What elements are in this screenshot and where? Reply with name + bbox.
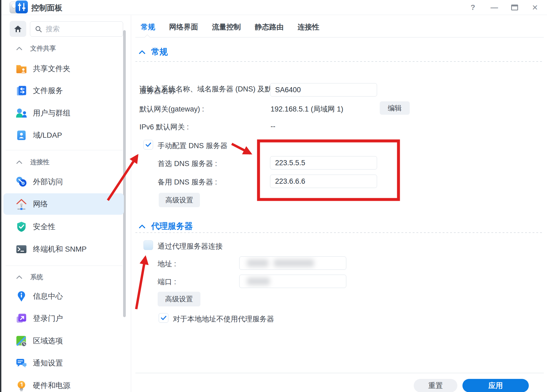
server-name-label: 服务器名称 :	[139, 86, 180, 96]
check-icon	[145, 141, 152, 148]
preferred-dns-input[interactable]	[270, 156, 377, 170]
check-icon	[160, 314, 167, 321]
control-panel-app-icon	[10, 1, 28, 14]
hardware-power-icon	[15, 379, 28, 392]
server-name-input[interactable]	[270, 83, 377, 97]
sidebar-item-shared-folders[interactable]: 共享文件夹	[3, 58, 124, 79]
gateway-value: 192.168.5.1 (局域网 1)	[271, 104, 343, 114]
proxy-port-label: 端口 :	[158, 277, 176, 287]
sidebar-item-login-portal[interactable]: 登录门户	[3, 308, 124, 329]
minimize-icon[interactable]: —	[490, 3, 499, 12]
proxy-bypass-label: 对于本地地址不使用代理服务器	[173, 314, 274, 324]
proxy-address-label: 地址 :	[158, 259, 176, 269]
sidebar-item-users-groups[interactable]: 用户与群组	[3, 102, 124, 124]
shared-folder-icon	[15, 63, 28, 75]
reset-button[interactable]: 重置	[414, 379, 457, 392]
tab-bar: 常规 网络界面 流量控制 静态路由 连接性	[141, 22, 319, 32]
sidebar-item-hardware-power[interactable]: 硬件和电源	[3, 375, 124, 392]
sidebar: 文件共享 共享文件夹 文件服务 用户与群组 域/LDAP 连接性 外部访问	[1, 15, 131, 392]
alternative-dns-input[interactable]	[270, 175, 377, 188]
close-icon[interactable]: ✕	[530, 3, 540, 12]
control-panel-window: 控制面板 ? — ✕ 文件共享 共享文件夹 文件服务	[0, 0, 547, 392]
main-panel: 常规 网络界面 流量控制 静态路由 连接性 常规 请输入系统名称、域名服务器 (…	[131, 15, 547, 392]
sidebar-item-external-access[interactable]: 外部访问	[3, 171, 124, 193]
sidebar-divider	[6, 150, 122, 150]
tab-traffic-control[interactable]: 流量控制	[212, 22, 241, 32]
help-icon[interactable]: ?	[468, 3, 477, 12]
tab-static-route[interactable]: 静态路由	[255, 22, 284, 32]
proxy-connect-checkbox[interactable]	[143, 240, 153, 250]
domain-ldap-icon	[15, 129, 28, 141]
tab-network-interface[interactable]: 网络界面	[169, 22, 198, 32]
notification-icon	[15, 357, 28, 369]
proxy-port-redaction	[240, 275, 346, 288]
home-button[interactable]	[10, 21, 26, 37]
sidebar-section-connectivity[interactable]: 连接性	[1, 157, 122, 167]
general-section-header[interactable]: 常规	[139, 46, 168, 57]
sidebar-section-system[interactable]: 系统	[1, 272, 122, 282]
home-icon	[13, 24, 22, 33]
sidebar-section-file-sharing[interactable]: 文件共享	[1, 44, 122, 53]
proxy-bypass-checkbox[interactable]	[159, 313, 168, 323]
search-icon	[35, 26, 42, 33]
regional-options-icon	[15, 335, 28, 347]
info-center-icon	[15, 290, 28, 302]
security-icon	[15, 221, 28, 233]
chevron-up-icon	[16, 47, 22, 50]
proxy-advanced-button[interactable]: 高级设置	[158, 292, 200, 306]
users-groups-icon	[15, 107, 28, 119]
sidebar-item-regional-options[interactable]: 区域选项	[3, 330, 124, 352]
collapse-icon	[139, 224, 145, 228]
footer-divider	[135, 373, 544, 373]
chevron-up-icon	[16, 160, 22, 164]
sidebar-item-domain-ldap[interactable]: 域/LDAP	[3, 125, 124, 146]
titlebar: 控制面板 ? — ✕	[1, 0, 547, 15]
proxy-connect-label: 通过代理服务器连接	[158, 241, 223, 251]
manual-dns-label: 手动配置 DNS 服务器	[158, 141, 227, 151]
sidebar-divider	[6, 266, 122, 266]
tab-divider	[135, 37, 544, 37]
ipv6-gateway-value: --	[271, 122, 275, 130]
sidebar-item-info-center[interactable]: 信息中心	[3, 286, 124, 307]
sidebar-item-terminal-snmp[interactable]: 终端机和 SNMP	[3, 239, 124, 260]
proxy-section-header[interactable]: 代理服务器	[139, 221, 193, 232]
manual-dns-checkbox[interactable]	[143, 140, 153, 149]
search-input[interactable]	[46, 25, 110, 33]
gateway-edit-button[interactable]: 编辑	[380, 101, 410, 115]
sidebar-item-file-services[interactable]: 文件服务	[3, 80, 124, 101]
sidebar-item-notification-settings[interactable]: 通知设置	[3, 352, 124, 374]
tab-general[interactable]: 常规	[141, 22, 155, 32]
apply-button[interactable]: 应用	[462, 379, 529, 392]
alternative-dns-label: 备用 DNS 服务器 :	[158, 177, 217, 187]
preferred-dns-label: 首选 DNS 服务器 :	[158, 159, 217, 168]
active-tab-notch	[145, 34, 150, 40]
section-divider	[135, 61, 544, 62]
search-box	[30, 21, 123, 37]
sidebar-item-network[interactable]: 网络	[3, 193, 124, 215]
file-service-icon	[15, 84, 28, 97]
network-icon	[15, 198, 28, 210]
ipv6-gateway-label: IPv6 默认网关 :	[139, 122, 189, 132]
login-portal-icon	[15, 312, 28, 325]
terminal-snmp-icon	[15, 243, 28, 255]
collapse-icon	[139, 50, 145, 54]
gateway-label: 默认网关(gateway) :	[139, 104, 204, 114]
dns-advanced-button[interactable]: 高级设置	[159, 193, 200, 207]
maximize-icon[interactable]	[511, 5, 518, 10]
window-title: 控制面板	[31, 3, 62, 13]
external-access-icon	[15, 176, 28, 188]
tab-connectivity[interactable]: 连接性	[298, 22, 319, 32]
proxy-address-redaction	[240, 257, 346, 270]
chevron-up-icon	[16, 275, 22, 279]
sidebar-item-security[interactable]: 安全性	[3, 216, 124, 237]
section-divider	[135, 232, 544, 233]
